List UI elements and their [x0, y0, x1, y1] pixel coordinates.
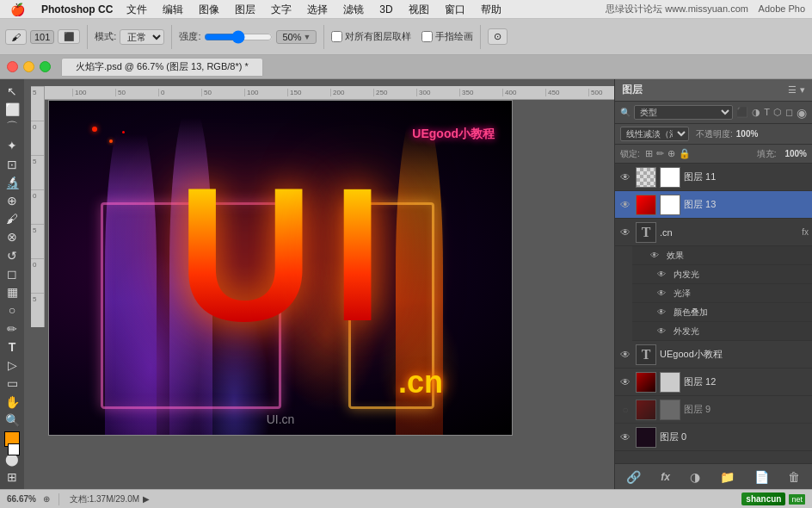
filter-toggle[interactable]: ◉	[797, 106, 807, 120]
sample-all-check[interactable]: 对所有图层取样	[331, 30, 411, 43]
menu-layer[interactable]: 图层	[228, 0, 262, 19]
tool-option[interactable]: ⬛	[58, 29, 80, 44]
fx-icon[interactable]: fx	[661, 471, 670, 483]
menu-edit[interactable]: 编辑	[156, 0, 190, 19]
tool-path-select[interactable]: ▷	[3, 357, 22, 374]
app-name[interactable]: Photoshop CC	[34, 0, 120, 19]
menu-help[interactable]: 帮助	[474, 0, 508, 19]
foreground-color[interactable]	[3, 430, 22, 449]
gloss-eye[interactable]: 👁	[656, 287, 667, 300]
tool-pen[interactable]: ✏	[3, 320, 22, 337]
inner-glow-eye[interactable]: 👁	[656, 268, 667, 282]
layer-9-eye[interactable]: ○	[618, 403, 632, 417]
tool-eraser[interactable]: ◻	[3, 265, 22, 282]
tool-clone[interactable]: ⊗	[3, 229, 22, 245]
layer-row-11[interactable]: 👁 图层 11	[615, 164, 812, 191]
apple-menu[interactable]: 🍎	[0, 3, 34, 16]
layer-row-9[interactable]: ○ 图层 9	[615, 396, 812, 424]
tool-brush[interactable]: 🖌	[3, 211, 22, 227]
blend-mode-select[interactable]: 正常	[120, 29, 164, 45]
tool-text[interactable]: T	[3, 338, 22, 355]
tool-select-rect[interactable]: ⬜	[3, 101, 22, 117]
sample-all-checkbox[interactable]	[331, 31, 342, 42]
layer-12-eye[interactable]: 👁	[618, 375, 632, 389]
layer-row-effects[interactable]: 👁 效果	[632, 246, 812, 265]
tool-lasso[interactable]: ⌒	[3, 119, 22, 135]
tool-crop[interactable]: ⊡	[3, 156, 22, 172]
layer-row-uegood[interactable]: 👁 T UEgood小教程	[615, 341, 812, 369]
finger-painting-check[interactable]: 手指绘画	[421, 30, 473, 43]
tool-smudge[interactable]: 🖌	[5, 29, 27, 45]
tool-heal[interactable]: ⊕	[3, 192, 22, 208]
menu-select[interactable]: 选择	[300, 0, 335, 19]
filter-pixel-icon[interactable]: ⬛	[736, 107, 748, 118]
pressure-btn[interactable]: ⊙	[488, 28, 508, 45]
finger-painting-checkbox[interactable]	[421, 31, 433, 42]
tool-move[interactable]: ↖	[3, 83, 22, 99]
menu-3d[interactable]: 3D	[372, 0, 399, 19]
new-layer-icon[interactable]: 📄	[754, 470, 769, 484]
layer-row-gloss[interactable]: 👁 光泽	[632, 284, 812, 303]
layer-0-eye[interactable]: 👁	[618, 431, 632, 444]
filter-adjust-icon[interactable]: ◑	[752, 107, 760, 118]
canvas-image[interactable]: U I .cn UEgood小教程 UI.cn	[48, 100, 513, 436]
layer-row-color-overlay[interactable]: 👁 颜色叠加	[632, 303, 812, 322]
effects-eye[interactable]: 👁	[649, 249, 660, 263]
minimize-button[interactable]	[23, 61, 34, 72]
layer-0-thumb	[636, 427, 656, 448]
filter-smart-icon[interactable]: ◻	[785, 107, 793, 118]
tool-zoom[interactable]: 🔍	[3, 412, 22, 428]
forward-arrow[interactable]: ▶	[143, 494, 150, 504]
strength-slider[interactable]	[204, 30, 273, 44]
close-button[interactable]	[7, 61, 18, 72]
lock-position-icon[interactable]: ⊕	[667, 148, 675, 159]
menu-text[interactable]: 文字	[264, 0, 298, 19]
menu-image[interactable]: 图像	[192, 0, 226, 19]
lock-pixel-icon[interactable]: ✏	[656, 148, 664, 159]
filter-type-select[interactable]: 类型	[634, 105, 733, 120]
tool-history-brush[interactable]: ↺	[3, 247, 22, 263]
fire-text-group: U I	[177, 160, 384, 375]
layer-row-outer-glow[interactable]: 👁 外发光	[632, 322, 812, 341]
tool-hand[interactable]: ✋	[3, 393, 22, 410]
lock-all-icon[interactable]: 🔒	[679, 148, 691, 159]
tool-eyedropper[interactable]: 🔬	[3, 174, 22, 190]
outer-glow-eye[interactable]: 👁	[656, 325, 667, 338]
layer-row-0[interactable]: 👁 图层 0	[615, 424, 812, 451]
layer-13-thumb	[636, 195, 656, 215]
maximize-button[interactable]	[40, 61, 51, 72]
group-icon[interactable]: 📁	[720, 470, 735, 484]
tool-gradient[interactable]: ▦	[3, 284, 22, 300]
blend-mode-select[interactable]: 线性减淡（添加）	[620, 127, 689, 141]
screen-mode[interactable]: ⊞	[3, 469, 22, 486]
delete-icon[interactable]: 🗑	[788, 470, 800, 484]
adjustment-icon[interactable]: ◑	[690, 470, 700, 484]
ruler-v-mark: 0	[31, 121, 44, 155]
layer-uegood-eye[interactable]: 👁	[618, 348, 632, 362]
filter-shape-icon[interactable]: ⬡	[773, 107, 782, 118]
filter-text-icon[interactable]: T	[764, 107, 770, 118]
layer-row-inner-glow[interactable]: 👁 内发光	[632, 265, 812, 284]
bg-color-swatch[interactable]	[8, 443, 20, 455]
color-overlay-eye[interactable]: 👁	[656, 306, 667, 319]
menu-view[interactable]: 视图	[402, 0, 436, 19]
layer-row-12[interactable]: 👁 图层 12	[615, 369, 812, 396]
tool-magic-wand[interactable]: ✦	[3, 138, 22, 154]
menu-window[interactable]: 窗口	[438, 0, 472, 19]
lock-icons: ⊞ ✏ ⊕ 🔒	[645, 148, 691, 159]
opacity-value: 100%	[736, 129, 759, 139]
layer-cn-eye[interactable]: 👁	[618, 226, 632, 239]
layer-11-eye[interactable]: 👁	[618, 170, 632, 184]
menu-file[interactable]: 文件	[120, 0, 154, 19]
layer-row-13[interactable]: 👁 图层 13	[615, 191, 812, 219]
tool-shape[interactable]: ▭	[3, 375, 22, 392]
lock-transparent-icon[interactable]: ⊞	[645, 148, 653, 159]
document-tab[interactable]: 火焰字.psd @ 66.7% (图层 13, RGB/8*) *	[61, 58, 263, 77]
tool-dodge[interactable]: ○	[3, 302, 22, 319]
panel-menu-icon[interactable]: ☰	[788, 84, 797, 96]
layer-row-cn[interactable]: 👁 T .cn fx	[615, 219, 812, 246]
panel-collapse-icon[interactable]: ▾	[800, 84, 805, 96]
menu-filter[interactable]: 滤镜	[336, 0, 371, 19]
link-icon[interactable]: 🔗	[626, 470, 641, 484]
layer-13-eye[interactable]: 👁	[618, 198, 632, 212]
